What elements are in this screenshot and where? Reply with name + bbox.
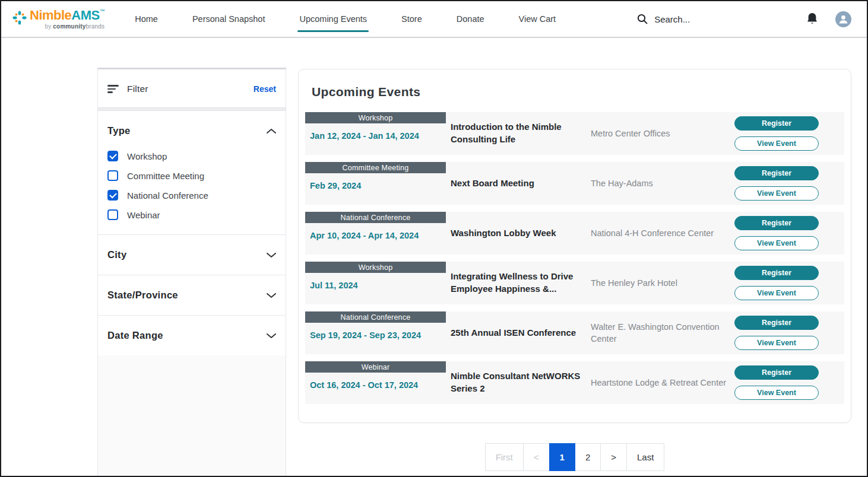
view-event-button[interactable]: View Event <box>734 186 819 201</box>
filter-section-type: Type Workshop Committee Meeting National… <box>98 111 286 235</box>
section-title-type: Type <box>107 125 131 136</box>
pagination-next-button[interactable]: > <box>600 443 627 471</box>
checkbox-label: Workshop <box>127 151 167 161</box>
logo-trademark: ™ <box>100 8 105 14</box>
event-location: Heartstone Lodge & Retreat Center <box>591 361 734 404</box>
view-event-button[interactable]: View Event <box>734 236 819 250</box>
register-button[interactable]: Register <box>734 266 819 280</box>
checkbox-label: National Conference <box>127 190 208 201</box>
event-type-badge: Committee Meeting <box>305 162 446 173</box>
checkbox-national-conference[interactable] <box>107 190 118 201</box>
event-row: Webinar Oct 16, 2024 - Oct 17, 2024 Nimb… <box>305 361 844 404</box>
register-button[interactable]: Register <box>734 365 819 380</box>
event-type-badge: National Conference <box>305 212 446 223</box>
checkbox-committee-meeting[interactable] <box>107 170 118 181</box>
event-date: Apr 10, 2024 - Apr 14, 2024 <box>305 231 446 240</box>
event-location: Walter E. Washington Convention Center <box>591 311 734 354</box>
register-button[interactable]: Register <box>734 116 819 131</box>
nav-item-personal-snapshot[interactable]: Personal Snapshot <box>175 8 283 30</box>
event-date: Jan 12, 2024 - Jan 14, 2024 <box>305 131 446 141</box>
checkbox-label: Webinar <box>127 210 160 220</box>
event-type-badge: National Conference <box>305 311 446 323</box>
notifications-bell-icon[interactable] <box>806 12 819 26</box>
event-type-date-column: Workshop Jul 11, 2024 <box>305 262 446 304</box>
user-avatar[interactable] <box>835 11 851 27</box>
event-row: Workshop Jul 11, 2024 Integrating Wellne… <box>305 262 844 304</box>
section-title-date-range: Date Range <box>107 330 163 341</box>
filter-title: Filter <box>127 84 148 94</box>
search-control[interactable]: Search... <box>637 14 690 24</box>
event-title: Washington Lobby Week <box>451 212 586 255</box>
event-type-date-column: National Conference Apr 10, 2024 - Apr 1… <box>305 212 446 255</box>
filter-section-date-range: Date Range <box>98 316 286 355</box>
event-actions: Register View Event <box>734 361 819 404</box>
checkbox-label: Committee Meeting <box>127 171 204 181</box>
top-navigation-bar: NimbleAMS™ by communitybrands Home Perso… <box>1 1 867 38</box>
pagination-last-button[interactable]: Last <box>626 443 664 471</box>
view-event-button[interactable]: View Event <box>734 336 819 350</box>
event-row: Committee Meeting Feb 29, 2024 Next Boar… <box>305 162 844 205</box>
filter-section-state-province: State/Province <box>98 275 286 316</box>
reset-filters-button[interactable]: Reset <box>254 84 276 94</box>
register-button[interactable]: Register <box>734 216 819 230</box>
filter-section-state-province-header[interactable]: State/Province <box>107 290 276 301</box>
filter-section-date-range-header[interactable]: Date Range <box>107 330 276 341</box>
checkbox-webinar[interactable] <box>107 209 118 220</box>
event-actions: Register View Event <box>734 212 819 255</box>
nav-item-store[interactable]: Store <box>384 8 439 30</box>
pagination-prev-button: < <box>523 443 550 471</box>
event-row: National Conference Sep 19, 2024 - Sep 2… <box>305 311 844 354</box>
chevron-down-icon <box>267 252 276 258</box>
main-nav: Home Personal Snapshot Upcoming Events S… <box>118 8 573 30</box>
event-type-badge: Workshop <box>305 262 446 273</box>
section-title-city: City <box>107 249 126 260</box>
pagination-page-2-button[interactable]: 2 <box>575 443 601 471</box>
view-event-button[interactable]: View Event <box>734 136 819 151</box>
event-location: The Henley Park Hotel <box>591 262 734 304</box>
nimble-ams-logo[interactable]: NimbleAMS™ by communitybrands <box>12 9 104 30</box>
logo-ams-text: AMS <box>71 8 99 23</box>
event-location: Metro Center Offices <box>591 112 734 155</box>
filter-lines-icon <box>107 85 119 93</box>
section-title-state-province: State/Province <box>107 290 178 301</box>
event-title: Next Board Meeting <box>451 162 586 205</box>
view-event-button[interactable]: View Event <box>734 286 819 300</box>
nav-item-view-cart[interactable]: View Cart <box>502 8 574 30</box>
pagination-first-button: First <box>485 443 524 471</box>
event-date: Sep 19, 2024 - Sep 23, 2024 <box>305 330 446 340</box>
filter-section-type-header[interactable]: Type <box>107 125 276 136</box>
pagination: First < 1 2 > Last <box>298 443 851 471</box>
type-option-workshop: Workshop <box>107 151 276 161</box>
view-event-button[interactable]: View Event <box>734 386 819 400</box>
event-type-date-column: Webinar Oct 16, 2024 - Oct 17, 2024 <box>305 361 446 404</box>
nav-item-donate[interactable]: Donate <box>439 8 502 30</box>
chevron-down-icon <box>267 333 276 339</box>
page-title: Upcoming Events <box>312 85 844 99</box>
event-type-date-column: Committee Meeting Feb 29, 2024 <box>305 162 446 205</box>
filter-section-city: City <box>98 235 286 275</box>
event-date: Jul 11, 2024 <box>305 281 446 290</box>
checkbox-workshop[interactable] <box>107 151 118 161</box>
filter-section-city-header[interactable]: City <box>107 249 276 260</box>
event-location: The Hay-Adams <box>591 162 734 205</box>
event-row: National Conference Apr 10, 2024 - Apr 1… <box>305 212 844 255</box>
register-button[interactable]: Register <box>734 166 819 180</box>
pagination-page-1-button[interactable]: 1 <box>549 443 575 471</box>
event-title: Nimble Consultant NetWORKS Series 2 <box>451 361 586 404</box>
event-type-date-column: Workshop Jan 12, 2024 - Jan 14, 2024 <box>305 112 446 155</box>
type-option-national-conference: National Conference <box>107 190 276 201</box>
app-window: NimbleAMS™ by communitybrands Home Perso… <box>0 0 868 477</box>
nav-item-home[interactable]: Home <box>118 8 175 30</box>
event-actions: Register View Event <box>734 262 819 304</box>
logo-byline: by communitybrands <box>45 23 104 30</box>
event-date: Feb 29, 2024 <box>305 181 446 190</box>
upcoming-events-card: Upcoming Events Workshop Jan 12, 2024 - … <box>298 69 851 423</box>
event-actions: Register View Event <box>734 112 819 155</box>
type-options-list: Workshop Committee Meeting National Conf… <box>107 151 276 220</box>
register-button[interactable]: Register <box>734 316 819 330</box>
type-option-webinar: Webinar <box>107 209 276 220</box>
nav-item-upcoming-events[interactable]: Upcoming Events <box>282 8 384 30</box>
event-type-badge: Webinar <box>305 361 446 373</box>
event-location: National 4-H Conference Center <box>591 212 734 255</box>
chevron-down-icon <box>267 292 276 298</box>
